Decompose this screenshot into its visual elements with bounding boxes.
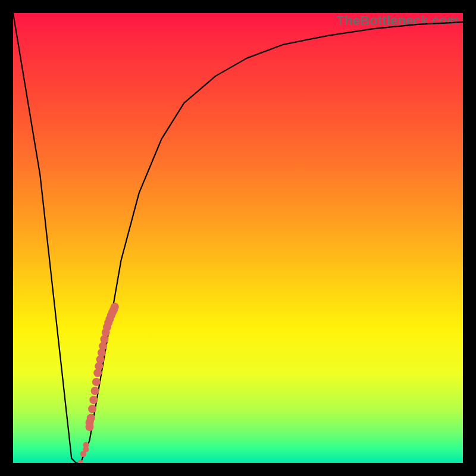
data-point <box>92 378 101 386</box>
data-point <box>89 396 98 404</box>
data-point <box>87 414 95 422</box>
curve-layer <box>13 13 463 463</box>
data-point <box>88 405 96 413</box>
data-point <box>111 303 119 311</box>
plot-area: TheBottleneck.com <box>13 13 463 463</box>
data-point <box>77 460 83 463</box>
bottleneck-curve <box>13 13 463 463</box>
data-point <box>91 387 99 395</box>
chart-svg <box>13 13 463 463</box>
marker-layer <box>77 303 118 463</box>
data-point <box>83 446 89 452</box>
chart-frame: TheBottleneck.com <box>0 0 476 476</box>
